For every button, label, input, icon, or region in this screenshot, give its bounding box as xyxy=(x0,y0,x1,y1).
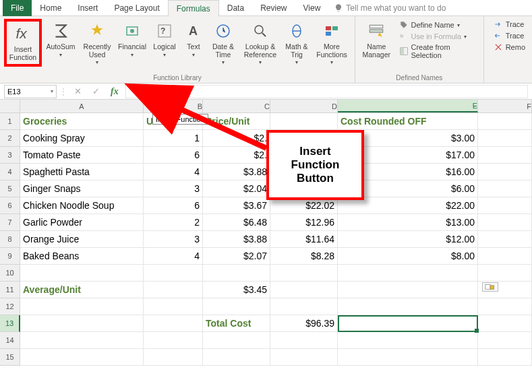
formula-bar-input[interactable] xyxy=(125,85,528,98)
col-header-d[interactable]: D xyxy=(270,100,338,112)
cell[interactable]: $8.00 xyxy=(338,248,478,265)
cell[interactable] xyxy=(478,231,532,248)
cell[interactable] xyxy=(144,282,203,298)
cell[interactable]: $11.64 xyxy=(270,231,338,248)
cell[interactable]: Groceries xyxy=(20,113,144,130)
cell[interactable]: $2.07 xyxy=(203,248,270,265)
col-header-b[interactable]: B xyxy=(144,100,203,112)
cell[interactable] xyxy=(478,248,532,265)
cell[interactable] xyxy=(338,282,478,298)
tab-review[interactable]: Review xyxy=(252,0,295,16)
cell[interactable]: 3 xyxy=(144,231,203,248)
cell[interactable] xyxy=(144,349,203,366)
cell[interactable] xyxy=(203,265,270,282)
cell-item-name[interactable]: Orange Juice xyxy=(20,231,144,248)
row-header[interactable]: 9 xyxy=(0,248,20,265)
cell[interactable] xyxy=(478,315,532,332)
tab-data[interactable]: Data xyxy=(219,0,252,16)
text-button[interactable]: A Text▾ xyxy=(181,19,206,67)
cell[interactable]: 3 xyxy=(144,181,203,197)
row-header[interactable]: 1 xyxy=(0,113,20,130)
row-header[interactable]: 13 xyxy=(0,315,20,332)
row-header[interactable]: 14 xyxy=(0,332,20,349)
paste-options-icon[interactable] xyxy=(482,282,498,292)
col-header-a[interactable]: A xyxy=(20,100,144,112)
cell[interactable]: $12.00 xyxy=(338,231,478,248)
cell[interactable]: 1 xyxy=(144,130,203,147)
trace-precedents-button[interactable]: Trace xyxy=(491,19,528,30)
more-functions-button[interactable]: More Functions▾ xyxy=(313,19,351,67)
cell[interactable] xyxy=(270,349,338,366)
row-header[interactable]: 2 xyxy=(0,130,20,147)
define-name-button[interactable]: Define Name ▾ xyxy=(396,20,479,30)
cell[interactable]: 4 xyxy=(144,164,203,181)
cell[interactable]: $3.45 xyxy=(203,282,270,298)
selected-cell[interactable] xyxy=(338,315,478,332)
lookup-reference-button[interactable]: Lookup & Reference▾ xyxy=(240,19,280,67)
cell[interactable]: $3.88 xyxy=(203,231,270,248)
cell[interactable]: $6.48 xyxy=(203,214,270,231)
cell[interactable]: $2.04 xyxy=(203,181,270,197)
cell[interactable] xyxy=(20,315,144,332)
cell[interactable]: $2. xyxy=(203,130,270,147)
fill-handle[interactable] xyxy=(475,329,479,333)
row-header[interactable]: 7 xyxy=(0,214,20,231)
cell[interactable] xyxy=(478,147,532,164)
tab-page-layout[interactable]: Page Layout xyxy=(106,0,167,16)
row-header[interactable]: 10 xyxy=(0,265,20,282)
cell[interactable] xyxy=(478,298,532,315)
row-header[interactable]: 6 xyxy=(0,197,20,214)
row-header[interactable]: 15 xyxy=(0,349,20,366)
cell[interactable] xyxy=(20,298,144,315)
cell[interactable] xyxy=(338,298,478,315)
cell-item-name[interactable]: Spaghetti Pasta xyxy=(20,164,144,181)
col-header-c[interactable]: C xyxy=(203,100,270,112)
cell[interactable] xyxy=(144,332,203,349)
cell[interactable]: $3.67 xyxy=(203,197,270,214)
cell[interactable]: $8.28 xyxy=(270,248,338,265)
cell[interactable] xyxy=(478,164,532,181)
cell[interactable]: $13.00 xyxy=(338,214,478,231)
cell[interactable] xyxy=(203,349,270,366)
row-header[interactable]: 11 xyxy=(0,282,20,298)
tell-me-search[interactable]: Tell me what you want to do xyxy=(334,3,446,13)
cell[interactable] xyxy=(478,265,532,282)
row-header[interactable]: 3 xyxy=(0,147,20,164)
tab-home[interactable]: Home xyxy=(32,0,69,16)
logical-button[interactable]: ? Logical▾ xyxy=(150,19,179,67)
create-from-selection-button[interactable]: Create from Selection xyxy=(396,42,479,60)
cell[interactable] xyxy=(478,197,532,214)
cell[interactable] xyxy=(338,349,478,366)
math-trig-button[interactable]: Math & Trig▾ xyxy=(282,19,312,67)
cancel-formula-icon[interactable]: ✕ xyxy=(70,86,86,96)
cell[interactable]: 6 xyxy=(144,197,203,214)
cell[interactable] xyxy=(144,265,203,282)
date-time-button[interactable]: Date & Time▾ xyxy=(208,19,239,67)
cell[interactable]: Cost Rounded OFF xyxy=(338,113,478,130)
cell[interactable] xyxy=(20,349,144,366)
col-header-f[interactable]: F xyxy=(478,100,532,112)
cell[interactable] xyxy=(478,349,532,366)
recently-used-button[interactable]: Recently Used▾ xyxy=(80,19,115,67)
cell-item-name[interactable]: Ginger Snaps xyxy=(20,181,144,197)
cell[interactable] xyxy=(478,181,532,197)
enter-formula-icon[interactable]: ✓ xyxy=(88,86,104,96)
tab-file[interactable]: File xyxy=(3,0,32,16)
cell[interactable] xyxy=(270,282,338,298)
cell[interactable] xyxy=(270,298,338,315)
cell[interactable]: $3.88 xyxy=(203,164,270,181)
cell[interactable] xyxy=(478,130,532,147)
select-all-corner[interactable] xyxy=(0,100,20,112)
cell-total-label[interactable]: Total Cost xyxy=(203,315,270,332)
cell[interactable] xyxy=(338,265,478,282)
cell[interactable]: Price/Unit xyxy=(203,113,270,130)
row-header[interactable]: 5 xyxy=(0,181,20,197)
cell[interactable]: 6 xyxy=(144,147,203,164)
cell-item-name[interactable]: Chicken Noodle Soup xyxy=(20,197,144,214)
use-in-formula-button[interactable]: fx Use in Formula ▾ xyxy=(396,31,479,42)
cell[interactable]: $96.39 xyxy=(270,315,338,332)
remove-arrows-button[interactable]: Remo xyxy=(491,42,528,53)
insert-function-button[interactable]: fx InsertFunction xyxy=(4,19,42,67)
cell-item-name[interactable]: Tomato Paste xyxy=(20,147,144,164)
cell[interactable] xyxy=(270,332,338,349)
